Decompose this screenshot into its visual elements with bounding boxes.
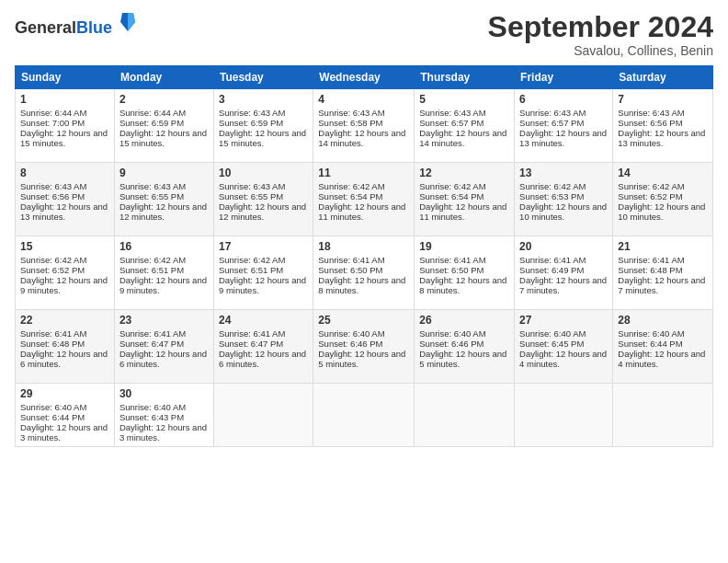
calendar-header-row: SundayMondayTuesdayWednesdayThursdayFrid… [16, 66, 713, 89]
day-number: 12 [419, 167, 509, 179]
day-number: 10 [219, 167, 308, 179]
calendar-cell [613, 384, 713, 447]
calendar-cell: 27Sunrise: 6:40 AMSunset: 6:45 PMDayligh… [515, 310, 613, 384]
calendar-cell: 12Sunrise: 6:42 AMSunset: 6:54 PMDayligh… [415, 163, 515, 236]
sunset-text: Sunset: 6:54 PM [318, 191, 409, 201]
calendar-week-row: 15Sunrise: 6:42 AMSunset: 6:52 PMDayligh… [16, 236, 713, 310]
sunrise-text: Sunrise: 6:42 AM [20, 255, 109, 265]
daylight-text: Daylight: 12 hours and 3 minutes. [119, 422, 209, 442]
logo-blue-text: Blue [76, 18, 112, 37]
day-number: 23 [119, 314, 209, 327]
daylight-text: Daylight: 12 hours and 6 minutes. [20, 349, 109, 369]
sunset-text: Sunset: 6:57 PM [419, 118, 509, 128]
day-number: 4 [318, 93, 409, 106]
daylight-text: Daylight: 12 hours and 7 minutes. [618, 275, 708, 295]
location: Savalou, Collines, Benin [488, 43, 713, 58]
daylight-text: Daylight: 12 hours and 8 minutes. [318, 275, 409, 295]
calendar-week-row: 29Sunrise: 6:40 AMSunset: 6:44 PMDayligh… [16, 384, 713, 447]
calendar-cell: 20Sunrise: 6:41 AMSunset: 6:49 PMDayligh… [515, 236, 613, 310]
sunset-text: Sunset: 6:46 PM [419, 339, 509, 349]
calendar-cell: 8Sunrise: 6:43 AMSunset: 6:56 PMDaylight… [16, 163, 115, 236]
calendar-cell: 19Sunrise: 6:41 AMSunset: 6:50 PMDayligh… [415, 236, 515, 310]
sunset-text: Sunset: 6:52 PM [20, 265, 109, 275]
sunset-text: Sunset: 6:44 PM [618, 339, 708, 349]
sunset-text: Sunset: 6:50 PM [318, 265, 409, 275]
sunrise-text: Sunrise: 6:42 AM [119, 255, 209, 265]
calendar-cell: 18Sunrise: 6:41 AMSunset: 6:50 PMDayligh… [313, 236, 415, 310]
daylight-text: Daylight: 12 hours and 14 minutes. [318, 128, 409, 148]
day-number: 1 [20, 93, 109, 106]
calendar-cell: 2Sunrise: 6:44 AMSunset: 6:59 PMDaylight… [114, 89, 213, 163]
daylight-text: Daylight: 12 hours and 9 minutes. [219, 275, 308, 295]
day-number: 29 [20, 387, 109, 400]
daylight-text: Daylight: 12 hours and 6 minutes. [119, 349, 209, 369]
day-number: 7 [618, 93, 708, 106]
sunrise-text: Sunrise: 6:42 AM [318, 181, 409, 191]
daylight-text: Daylight: 12 hours and 4 minutes. [519, 349, 608, 369]
day-number: 21 [618, 240, 708, 253]
calendar-cell: 11Sunrise: 6:42 AMSunset: 6:54 PMDayligh… [313, 163, 415, 236]
day-number: 19 [419, 240, 509, 253]
sunrise-text: Sunrise: 6:43 AM [519, 108, 608, 118]
calendar-day-header: Tuesday [213, 66, 313, 89]
sunrise-text: Sunrise: 6:43 AM [318, 108, 409, 118]
sunset-text: Sunset: 6:55 PM [219, 191, 308, 201]
day-number: 9 [119, 167, 209, 179]
day-number: 6 [519, 93, 608, 106]
sunset-text: Sunset: 6:53 PM [519, 191, 608, 201]
calendar-cell [515, 384, 613, 447]
sunset-text: Sunset: 6:45 PM [519, 339, 608, 349]
calendar-cell: 10Sunrise: 6:43 AMSunset: 6:55 PMDayligh… [213, 163, 313, 236]
day-number: 3 [219, 93, 308, 106]
daylight-text: Daylight: 12 hours and 5 minutes. [419, 349, 509, 369]
sunrise-text: Sunrise: 6:42 AM [219, 255, 308, 265]
daylight-text: Daylight: 12 hours and 4 minutes. [618, 349, 708, 369]
sunset-text: Sunset: 6:44 PM [20, 412, 109, 422]
calendar-cell: 1Sunrise: 6:44 AMSunset: 7:00 PMDaylight… [16, 89, 115, 163]
svg-marker-1 [128, 13, 135, 31]
sunrise-text: Sunrise: 6:41 AM [618, 255, 708, 265]
daylight-text: Daylight: 12 hours and 11 minutes. [318, 201, 409, 222]
calendar-cell: 23Sunrise: 6:41 AMSunset: 6:47 PMDayligh… [114, 310, 213, 384]
sunset-text: Sunset: 6:48 PM [20, 339, 109, 349]
daylight-text: Daylight: 12 hours and 15 minutes. [219, 128, 308, 148]
sunset-text: Sunset: 6:56 PM [618, 118, 708, 128]
calendar-cell: 17Sunrise: 6:42 AMSunset: 6:51 PMDayligh… [213, 236, 313, 310]
sunset-text: Sunset: 6:49 PM [519, 265, 608, 275]
month-title: September 2024 [488, 11, 713, 43]
sunset-text: Sunset: 6:56 PM [20, 191, 109, 201]
calendar-cell [415, 384, 515, 447]
calendar-cell: 14Sunrise: 6:42 AMSunset: 6:52 PMDayligh… [613, 163, 713, 236]
sunrise-text: Sunrise: 6:41 AM [219, 328, 308, 339]
calendar-cell: 3Sunrise: 6:43 AMSunset: 6:59 PMDaylight… [213, 89, 313, 163]
sunrise-text: Sunrise: 6:42 AM [419, 181, 509, 191]
day-number: 14 [618, 167, 708, 179]
daylight-text: Daylight: 12 hours and 5 minutes. [318, 349, 409, 369]
calendar-day-header: Friday [515, 66, 613, 89]
daylight-text: Daylight: 12 hours and 7 minutes. [519, 275, 608, 295]
sunrise-text: Sunrise: 6:43 AM [419, 108, 509, 118]
day-number: 22 [20, 314, 109, 327]
day-number: 18 [318, 240, 409, 253]
logo-general-text: General [15, 18, 76, 37]
day-number: 5 [419, 93, 509, 106]
sunrise-text: Sunrise: 6:42 AM [618, 181, 708, 191]
daylight-text: Daylight: 12 hours and 15 minutes. [20, 128, 109, 148]
calendar-day-header: Thursday [415, 66, 515, 89]
sunset-text: Sunset: 6:48 PM [618, 265, 708, 275]
calendar-cell: 4Sunrise: 6:43 AMSunset: 6:58 PMDaylight… [313, 89, 415, 163]
day-number: 27 [519, 314, 608, 327]
sunrise-text: Sunrise: 6:44 AM [20, 108, 109, 118]
day-number: 26 [419, 314, 509, 327]
calendar-cell: 29Sunrise: 6:40 AMSunset: 6:44 PMDayligh… [16, 384, 115, 447]
daylight-text: Daylight: 12 hours and 10 minutes. [618, 201, 708, 222]
daylight-text: Daylight: 12 hours and 14 minutes. [419, 128, 509, 148]
calendar-day-header: Wednesday [313, 66, 415, 89]
day-number: 17 [219, 240, 308, 253]
sunrise-text: Sunrise: 6:41 AM [318, 255, 409, 265]
day-number: 28 [618, 314, 708, 327]
daylight-text: Daylight: 12 hours and 9 minutes. [20, 275, 109, 295]
sunset-text: Sunset: 6:43 PM [119, 412, 209, 422]
sunrise-text: Sunrise: 6:44 AM [119, 108, 209, 118]
calendar-day-header: Monday [114, 66, 213, 89]
